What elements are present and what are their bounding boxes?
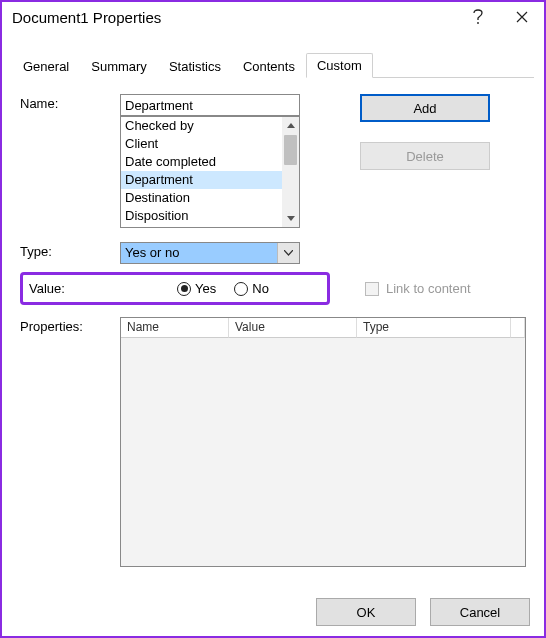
ok-button[interactable]: OK bbox=[316, 598, 416, 626]
scroll-down-icon[interactable] bbox=[282, 210, 299, 227]
cancel-button[interactable]: Cancel bbox=[430, 598, 530, 626]
tab-strip: General Summary Statistics Contents Cust… bbox=[12, 52, 534, 78]
type-row: Type: Yes or no bbox=[20, 242, 526, 264]
window-title: Document1 Properties bbox=[12, 9, 456, 26]
svg-point-0 bbox=[477, 22, 479, 24]
value-row-highlight: Value: Yes No bbox=[20, 272, 330, 305]
close-button[interactable] bbox=[500, 2, 544, 32]
type-combobox[interactable]: Yes or no bbox=[120, 242, 300, 264]
value-label: Value: bbox=[29, 281, 107, 296]
grid-col-name[interactable]: Name bbox=[121, 318, 229, 338]
name-label: Name: bbox=[20, 94, 120, 111]
value-radio-yes[interactable]: Yes bbox=[177, 281, 216, 296]
list-item[interactable]: Destination bbox=[121, 189, 282, 207]
tab-contents[interactable]: Contents bbox=[232, 54, 306, 78]
list-item[interactable]: Disposition bbox=[121, 207, 282, 225]
grid-col-type[interactable]: Type bbox=[357, 318, 511, 338]
titlebar: Document1 Properties bbox=[2, 2, 544, 32]
delete-button[interactable]: Delete bbox=[360, 142, 490, 170]
radio-icon bbox=[177, 282, 191, 296]
scroll-thumb[interactable] bbox=[284, 135, 297, 165]
type-label: Type: bbox=[20, 242, 120, 259]
name-input[interactable] bbox=[120, 94, 300, 116]
help-button[interactable] bbox=[456, 2, 500, 32]
list-item[interactable]: Client bbox=[121, 135, 282, 153]
list-item[interactable]: Date completed bbox=[121, 153, 282, 171]
properties-label: Properties: bbox=[20, 317, 120, 567]
list-item[interactable]: Department bbox=[121, 171, 282, 189]
tab-summary[interactable]: Summary bbox=[80, 54, 158, 78]
scroll-up-icon[interactable] bbox=[282, 117, 299, 134]
name-row: Name: Checked by Client Date completed D… bbox=[20, 94, 526, 228]
checkbox-icon bbox=[365, 282, 379, 296]
grid-col-value[interactable]: Value bbox=[229, 318, 357, 338]
tab-custom[interactable]: Custom bbox=[306, 53, 373, 78]
grid-col-spacer bbox=[511, 318, 525, 338]
list-item[interactable]: Checked by bbox=[121, 117, 282, 135]
tab-general[interactable]: General bbox=[12, 54, 80, 78]
radio-icon bbox=[234, 282, 248, 296]
grid-header: Name Value Type bbox=[121, 318, 525, 338]
radio-label-yes: Yes bbox=[195, 281, 216, 296]
add-button[interactable]: Add bbox=[360, 94, 490, 122]
dialog-buttons: OK Cancel bbox=[316, 598, 530, 626]
name-listbox[interactable]: Checked by Client Date completed Departm… bbox=[120, 116, 300, 228]
tab-statistics[interactable]: Statistics bbox=[158, 54, 232, 78]
type-value: Yes or no bbox=[121, 243, 277, 263]
value-row-outer: Value: Yes No Link to content bbox=[20, 272, 526, 305]
tab-panel-custom: Name: Checked by Client Date completed D… bbox=[2, 78, 544, 577]
radio-label-no: No bbox=[252, 281, 269, 296]
chevron-down-icon[interactable] bbox=[277, 243, 299, 263]
listbox-scrollbar[interactable] bbox=[282, 117, 299, 227]
properties-section: Properties: Name Value Type bbox=[20, 317, 526, 567]
value-radio-no[interactable]: No bbox=[234, 281, 269, 296]
properties-grid[interactable]: Name Value Type bbox=[120, 317, 526, 567]
link-to-content-checkbox: Link to content bbox=[365, 281, 471, 296]
link-to-content-label: Link to content bbox=[386, 281, 471, 296]
